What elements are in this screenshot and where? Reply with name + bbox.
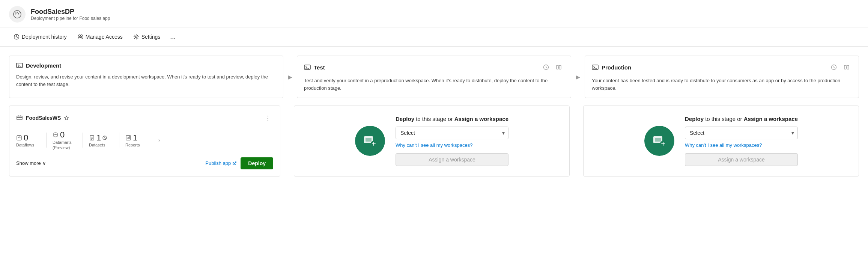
- production-history-icon[interactable]: [829, 62, 839, 72]
- deployment-history-label: Deployment history: [22, 34, 67, 40]
- test-workspace-select[interactable]: Select: [396, 127, 508, 139]
- production-assign-title: Deploy to this stage or Assign a workspa…: [685, 116, 798, 122]
- production-workspace-select[interactable]: Select: [685, 127, 798, 139]
- dev-workspace-card: FoodSalesWS ⋮ 0 Dataflow: [9, 106, 280, 176]
- production-title-row: Production: [592, 62, 852, 72]
- workspace-footer: Show more ∨ Publish app Deploy: [16, 157, 273, 169]
- svg-rect-14: [17, 116, 22, 120]
- production-workspace-link[interactable]: Why can't I see all my workspaces?: [685, 142, 798, 148]
- svg-rect-25: [655, 138, 661, 142]
- svg-point-0: [14, 11, 21, 18]
- test-history-icon[interactable]: [541, 62, 551, 72]
- svg-rect-8: [557, 65, 558, 69]
- stages-header-row: Development Design, review, and revise y…: [9, 56, 859, 98]
- app-header: FoodSalesDP Deployment pipeline for Food…: [0, 0, 868, 27]
- production-description: Your content has been tested and is read…: [592, 77, 852, 92]
- svg-point-4: [135, 36, 137, 38]
- settings-label: Settings: [141, 34, 161, 40]
- svg-rect-6: [304, 65, 310, 69]
- bottom-row: FoodSalesWS ⋮ 0 Dataflow: [9, 106, 859, 176]
- workspace-header: FoodSalesWS ⋮: [16, 113, 273, 123]
- test-stage-header: Test: [297, 56, 571, 98]
- test-assign-title: Deploy to this stage or Assign a workspa…: [396, 116, 508, 122]
- chevron-down-icon: ∨: [42, 160, 46, 166]
- publish-app-button[interactable]: Publish app: [205, 160, 237, 166]
- svg-point-17: [54, 133, 57, 135]
- app-title: FoodSalesDP: [31, 8, 110, 16]
- test-compare-icon[interactable]: [554, 62, 564, 72]
- app-subtitle: Deployment pipeline for Food sales app: [31, 16, 110, 21]
- svg-rect-22: [366, 138, 372, 142]
- svg-rect-13: [847, 65, 849, 69]
- stats-expand-arrow[interactable]: ›: [155, 137, 163, 143]
- test-assign-icon: [355, 126, 385, 156]
- production-assign-workspace-button[interactable]: Assign a workspace: [685, 153, 798, 166]
- stat-divider-2: [83, 133, 83, 148]
- workspace-kebab-menu[interactable]: ⋮: [263, 113, 273, 123]
- production-stage-actions: [829, 62, 852, 72]
- production-select-wrapper: Select ▾: [685, 127, 798, 139]
- deployment-history-button[interactable]: Deployment history: [9, 32, 71, 42]
- app-title-block: FoodSalesDP Deployment pipeline for Food…: [31, 8, 110, 21]
- stat-divider-3: [119, 133, 119, 148]
- svg-point-2: [78, 35, 80, 37]
- stat-reports-value: 1: [125, 133, 137, 143]
- stat-datasets: 1 Datasets: [89, 133, 119, 147]
- development-stage-header: Development Design, review, and revise y…: [9, 56, 283, 98]
- svg-rect-10: [592, 65, 598, 69]
- test-select-wrapper: Select ▾: [396, 127, 508, 139]
- test-stage-actions: [541, 62, 564, 72]
- svg-rect-5: [17, 63, 23, 68]
- test-title-row: Test: [304, 62, 564, 72]
- production-stage-title: Production: [592, 64, 631, 71]
- deploy-button[interactable]: Deploy: [241, 157, 273, 169]
- production-stage-header: Production: [585, 56, 859, 98]
- svg-rect-12: [844, 65, 846, 69]
- development-description: Design, review, and revise your content …: [16, 73, 276, 88]
- test-assign-card: Deploy to this stage or Assign a workspa…: [294, 106, 570, 176]
- svg-rect-16: [17, 136, 21, 140]
- test-stage-title: Test: [304, 64, 325, 71]
- toolbar: Deployment history Manage Access Setting…: [0, 27, 868, 47]
- svg-marker-15: [65, 116, 69, 120]
- stat-reports: 1 Reports: [125, 133, 155, 147]
- stage-arrow-1: ▶: [283, 56, 297, 98]
- production-assign-icon: [644, 126, 674, 156]
- stat-divider-1: [46, 133, 47, 148]
- production-assign-content: Deploy to this stage or Assign a workspa…: [685, 116, 798, 166]
- production-assign-inner: Deploy to this stage or Assign a workspa…: [644, 116, 798, 166]
- test-workspace-link[interactable]: Why can't I see all my workspaces?: [396, 142, 508, 148]
- stat-datamarts: 0 Datamarts (Preview): [53, 130, 83, 151]
- development-stage-title: Development: [16, 62, 61, 69]
- manage-access-label: Manage Access: [86, 34, 123, 40]
- workspace-name: FoodSalesWS: [16, 115, 69, 121]
- production-assign-card: Deploy to this stage or Assign a workspa…: [583, 106, 859, 176]
- development-title-row: Development: [16, 62, 276, 69]
- bottom-arrow-spacer-2: [570, 106, 583, 176]
- stage-arrow-2: ▶: [571, 56, 585, 98]
- svg-rect-9: [559, 65, 561, 69]
- workspace-stats: 0 Dataflows 0 Datamarts (Pr: [16, 130, 273, 151]
- stat-datamarts-value: 0: [53, 130, 65, 140]
- manage-access-button[interactable]: Manage Access: [73, 32, 127, 42]
- stat-datasets-value: 1: [89, 133, 107, 143]
- app-logo: [9, 6, 26, 23]
- test-assign-inner: Deploy to this stage or Assign a workspa…: [355, 116, 508, 166]
- main-content: Development Design, review, and revise y…: [0, 47, 868, 186]
- stat-dataflows: 0 Dataflows: [16, 133, 46, 147]
- test-assign-content: Deploy to this stage or Assign a workspa…: [396, 116, 508, 166]
- svg-point-3: [80, 35, 82, 37]
- bottom-arrow-spacer-1: [280, 106, 294, 176]
- production-compare-icon[interactable]: [841, 62, 852, 72]
- test-assign-workspace-button[interactable]: Assign a workspace: [396, 153, 508, 166]
- stat-dataflows-value: 0: [16, 133, 28, 143]
- workspace-actions: Publish app Deploy: [205, 157, 273, 169]
- settings-button[interactable]: Settings: [129, 32, 165, 42]
- more-options-button[interactable]: ...: [166, 31, 179, 42]
- test-description: Test and verify your content in a prepro…: [304, 77, 564, 92]
- show-more-button[interactable]: Show more ∨: [16, 160, 46, 166]
